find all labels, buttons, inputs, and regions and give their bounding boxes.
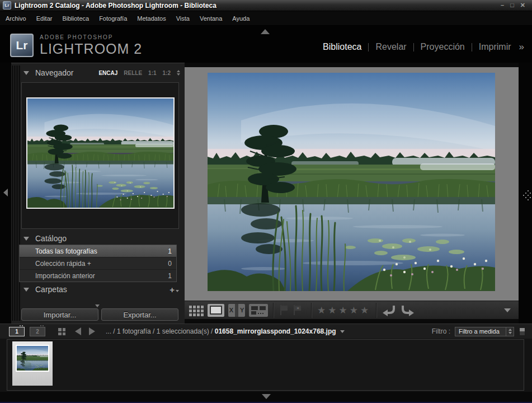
menu-ayuda[interactable]: Ayuda xyxy=(227,15,255,22)
rotate-right-icon[interactable] xyxy=(400,304,415,316)
module-imprimir[interactable]: Imprimir xyxy=(472,42,518,52)
title-bar: Lr Lightroom 2 Catalog - Adobe Photoshop… xyxy=(0,0,532,11)
window-title: Lightroom 2 Catalog - Adobe Photoshop Li… xyxy=(15,2,216,10)
maximize-icon[interactable]: □ xyxy=(510,2,514,8)
show-right-panel-icon[interactable] xyxy=(522,190,523,191)
next-photo-icon[interactable] xyxy=(89,327,95,335)
filmstrip-thumbnail-selected[interactable] xyxy=(12,341,53,386)
zoom-mode-1-2[interactable]: 1:2 xyxy=(163,70,171,76)
filter-value: Filtro a medida xyxy=(455,328,506,335)
identity-plate: Lr ADOBE PHOTOSHOP LIGHTROOM 2 xyxy=(10,34,142,57)
catalog-item-all-photos[interactable]: Todas las fotografías 1 xyxy=(20,245,176,257)
zoom-mode-1-1[interactable]: 1:1 xyxy=(148,70,156,76)
catalog-list: Todas las fotografías 1 Colección rápida… xyxy=(19,245,177,282)
main-photo[interactable] xyxy=(208,73,495,291)
thumbnail-photo xyxy=(16,345,49,372)
photo-viewport xyxy=(185,67,519,301)
toolbar-options-icon[interactable] xyxy=(504,308,511,312)
primary-monitor-button[interactable]: 1 xyxy=(9,327,25,336)
filename-dropdown-icon[interactable] xyxy=(340,330,345,333)
panel-splitter-icon[interactable] xyxy=(95,304,100,307)
zoom-ratio-spinner-icon[interactable] xyxy=(177,70,180,76)
filmstrip xyxy=(0,339,532,392)
catalog-item-label: Importación anterior xyxy=(35,272,95,280)
brand-line1: ADOBE PHOTOSHOP xyxy=(40,34,142,40)
compare-view-icon[interactable]: X Y xyxy=(228,304,245,317)
view-toolbar: X Y × ★★★★★ xyxy=(185,301,519,319)
left-panel: Navegador ENCAJ RELLE 1:1 1:2 Catálogo T… xyxy=(11,63,185,324)
flag-reject-icon[interactable]: × xyxy=(293,305,302,315)
add-folder-icon[interactable]: + xyxy=(170,285,182,294)
menu-biblioteca[interactable]: Biblioteca xyxy=(57,15,94,22)
catalog-item-count: 0 xyxy=(168,260,172,268)
catalog-item-label: Todas las fotografías xyxy=(35,247,97,255)
folders-panel-header[interactable]: Carpetas + xyxy=(23,283,182,296)
menu-editar[interactable]: Editar xyxy=(31,15,58,22)
filter-label: Filtro : xyxy=(432,327,450,335)
left-panel-scrollbar[interactable] xyxy=(11,65,20,321)
collapse-left-panel-icon[interactable] xyxy=(3,189,8,196)
menu-vista[interactable]: Vista xyxy=(171,15,195,22)
selected-filename[interactable]: 01658_mirrorglasspond_1024x768.jpg xyxy=(215,327,336,335)
right-panel-edge xyxy=(519,63,532,324)
secondary-monitor-button[interactable]: 2 xyxy=(30,327,45,336)
bottom-bar xyxy=(0,392,532,403)
module-proyeccion[interactable]: Proyección xyxy=(414,42,472,52)
filmstrip-track[interactable] xyxy=(7,339,524,391)
catalog-item-label: Colección rápida + xyxy=(35,260,91,268)
grid-view-icon[interactable] xyxy=(189,304,204,316)
navigator-title: Navegador xyxy=(35,68,74,77)
catalog-title: Catálogo xyxy=(35,234,67,243)
breadcrumb: ... / 1 fotografía / 1 seleccionada(s) / xyxy=(106,327,215,335)
menu-fotografia[interactable]: Fotografía xyxy=(94,15,132,22)
panel-expand-icon xyxy=(23,288,29,292)
collapse-top-panel-icon[interactable] xyxy=(261,29,270,34)
menu-archivo[interactable]: Archivo xyxy=(0,15,31,22)
navigator-panel-header[interactable]: Navegador ENCAJ RELLE 1:1 1:2 xyxy=(23,67,182,79)
module-revelar[interactable]: Revelar xyxy=(369,42,413,52)
collapse-filmstrip-icon[interactable] xyxy=(262,394,271,399)
export-button[interactable]: Exportar... xyxy=(101,308,178,321)
panel-expand-icon xyxy=(23,71,29,75)
filmstrip-bar: 1 2 ... / 1 fotografía / 1 seleccionada(… xyxy=(0,324,532,339)
previous-photo-icon[interactable] xyxy=(75,327,81,335)
catalog-item-count: 1 xyxy=(168,247,172,255)
left-panel-edge xyxy=(0,63,11,324)
filter-select[interactable]: Filtro a medida xyxy=(455,327,514,336)
menu-ventana[interactable]: Ventana xyxy=(195,15,227,22)
module-picker: Biblioteca Revelar Proyección Imprimir » xyxy=(316,41,524,53)
zoom-mode-fit[interactable]: ENCAJ xyxy=(98,70,117,76)
module-biblioteca[interactable]: Biblioteca xyxy=(316,42,368,52)
lightroom-logo: Lr xyxy=(10,34,34,57)
navigator-preview-photo[interactable] xyxy=(26,97,175,209)
folders-title: Carpetas xyxy=(35,285,67,294)
catalog-panel-header[interactable]: Catálogo xyxy=(23,232,182,245)
go-to-grid-icon[interactable] xyxy=(58,328,65,335)
import-button[interactable]: Importar... xyxy=(21,308,98,321)
navigator-preview-box xyxy=(21,82,179,229)
star-rating-icons[interactable]: ★★★★★ xyxy=(317,306,371,315)
catalog-item-previous-import[interactable]: Importación anterior 1 xyxy=(20,270,176,282)
menu-metadatos[interactable]: Metadatos xyxy=(132,15,171,22)
main-content: X Y × ★★★★★ xyxy=(185,63,519,324)
app-icon: Lr xyxy=(3,1,11,10)
close-icon[interactable]: ✕ xyxy=(520,2,525,8)
catalog-item-quick-collection[interactable]: Colección rápida + 0 xyxy=(20,257,176,270)
filter-spinner-icon xyxy=(506,327,514,336)
filter-toggle-switch[interactable] xyxy=(519,327,525,336)
brand-line2: LIGHTROOM 2 xyxy=(40,41,142,57)
panel-expand-icon xyxy=(23,237,29,241)
minimize-icon[interactable]: – xyxy=(501,2,504,8)
menu-bar: Archivo Editar Biblioteca Fotografía Met… xyxy=(0,11,532,26)
zoom-mode-fill[interactable]: RELLE xyxy=(124,70,142,76)
header: Lr ADOBE PHOTOSHOP LIGHTROOM 2 Bibliotec… xyxy=(0,26,532,63)
module-overflow-icon[interactable]: » xyxy=(519,41,524,53)
flag-pick-icon[interactable] xyxy=(279,305,288,315)
rotate-left-icon[interactable] xyxy=(382,304,397,316)
catalog-item-count: 1 xyxy=(168,272,172,280)
loupe-view-icon[interactable] xyxy=(208,304,224,317)
survey-view-icon[interactable] xyxy=(249,304,268,317)
